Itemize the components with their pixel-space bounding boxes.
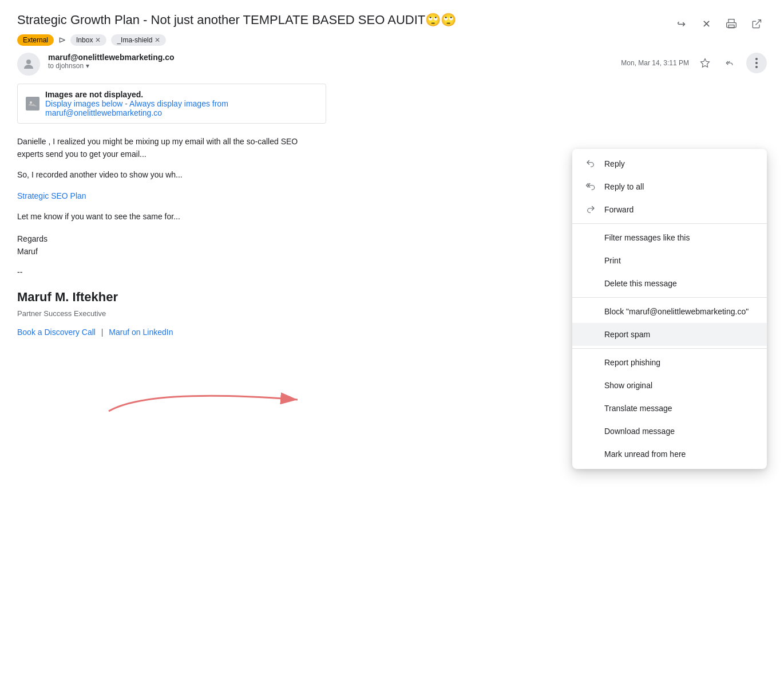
forward-button[interactable]: ↪	[671, 14, 691, 34]
tag-ima-shield[interactable]: _Ima-shield ✕	[111, 34, 166, 46]
tag-inbox-close[interactable]: ✕	[95, 36, 101, 44]
reply-all-button[interactable]	[721, 54, 739, 72]
download-icon	[585, 425, 596, 437]
context-menu: ReplyReply to allForwardFilter messages …	[572, 149, 767, 469]
menu-item-filter-label: Filter messages like this	[604, 233, 690, 242]
body-line2: So, I recorded another video to show you…	[17, 168, 326, 181]
menu-item-download[interactable]: Download message	[572, 420, 767, 443]
email-body: Danielle , I realized you might be mixin…	[17, 135, 326, 339]
menu-item-reply[interactable]: Reply	[572, 152, 767, 175]
header-actions: ↪ ✕	[671, 11, 767, 34]
svg-point-7	[30, 101, 32, 104]
report-phishing-icon	[585, 357, 596, 368]
close-button[interactable]: ✕	[696, 14, 716, 34]
email-date: Mon, Mar 14, 3:11 PM	[621, 59, 689, 67]
menu-item-reply-all[interactable]: Reply to all	[572, 175, 767, 198]
forward-arrow-icon: ⊳	[58, 34, 66, 45]
body-line3: Let me know if you want to see the same …	[17, 210, 326, 223]
svg-point-3	[755, 58, 758, 60]
menu-divider-7	[572, 348, 767, 349]
reply-all-icon	[585, 181, 596, 192]
signature-links: Book a Discovery Call | Maruf on LinkedI…	[17, 326, 326, 338]
filter-icon	[585, 232, 596, 243]
sender-first-name: Maruf	[17, 247, 38, 256]
menu-item-forward-label: Forward	[604, 205, 633, 214]
menu-item-reply-all-label: Reply to all	[604, 182, 644, 191]
menu-item-mark-unread[interactable]: Mark unread from here	[572, 443, 767, 466]
block-icon	[585, 306, 596, 317]
menu-item-block[interactable]: Block "maruf@onelittlewebmarketing.co"	[572, 300, 767, 323]
tag-inbox[interactable]: Inbox ✕	[70, 34, 106, 46]
report-spam-icon	[585, 329, 596, 340]
menu-item-report-spam-label: Report spam	[604, 330, 650, 339]
menu-item-mark-unread-label: Mark unread from here	[604, 449, 686, 459]
print-icon	[585, 255, 596, 266]
menu-item-report-phishing-label: Report phishing	[604, 358, 660, 367]
delete-icon	[585, 278, 596, 289]
dashes: --	[17, 266, 326, 278]
menu-item-report-spam[interactable]: Report spam	[572, 323, 767, 346]
show-original-icon	[585, 380, 596, 391]
menu-item-filter[interactable]: Filter messages like this	[572, 226, 767, 249]
menu-item-delete[interactable]: Delete this message	[572, 272, 767, 295]
menu-item-print[interactable]: Print	[572, 249, 767, 272]
svg-rect-6	[28, 100, 37, 108]
images-notice-separator: -	[125, 99, 129, 108]
forward-icon	[585, 204, 596, 215]
mark-unread-icon	[585, 448, 596, 460]
star-button[interactable]	[696, 54, 714, 72]
menu-item-block-label: Block "maruf@onelittlewebmarketing.co"	[604, 307, 749, 316]
email-meta-row: maruf@onelittlewebmarketing.co to djohns…	[17, 53, 767, 76]
menu-item-show-original[interactable]: Show original	[572, 374, 767, 397]
subject-area: Strategic Growth Plan - Not just another…	[17, 11, 671, 46]
report-spam-arrow	[103, 383, 320, 417]
menu-item-delete-label: Delete this message	[604, 279, 677, 288]
menu-divider-2	[572, 223, 767, 224]
open-in-new-button[interactable]	[746, 14, 767, 34]
linkedin-link[interactable]: Maruf on LinkedIn	[109, 328, 173, 337]
svg-point-5	[755, 66, 758, 68]
body-line1: Danielle , I realized you might be mixin…	[17, 135, 326, 161]
menu-item-print-label: Print	[604, 256, 621, 265]
subject-line: Strategic Growth Plan - Not just another…	[17, 11, 671, 29]
tag-ima-shield-close[interactable]: ✕	[155, 36, 160, 44]
book-discovery-call-link[interactable]: Book a Discovery Call	[17, 328, 96, 337]
sender-to: to djohnson ▾	[48, 62, 613, 70]
display-images-link[interactable]: Display images below	[45, 99, 122, 108]
regards-text: Regards	[17, 234, 47, 243]
sender-info: maruf@onelittlewebmarketing.co to djohns…	[48, 53, 613, 70]
menu-item-reply-label: Reply	[604, 159, 625, 168]
email-header: Strategic Growth Plan - Not just another…	[17, 11, 767, 46]
reply-icon	[585, 158, 596, 169]
menu-item-download-label: Download message	[604, 427, 675, 436]
menu-item-translate[interactable]: Translate message	[572, 397, 767, 420]
tags-row: External ⊳ Inbox ✕ _Ima-shield ✕	[17, 34, 671, 46]
avatar	[17, 53, 40, 76]
signature-name: Maruf M. Iftekher	[17, 287, 326, 307]
signature-title: Partner Success Executive	[17, 308, 326, 320]
strategic-seo-link[interactable]: Strategic SEO Plan	[17, 191, 86, 200]
svg-point-2	[26, 60, 31, 64]
more-options-button[interactable]	[746, 53, 767, 73]
menu-item-show-original-label: Show original	[604, 381, 652, 390]
svg-point-4	[755, 62, 758, 64]
images-notice: Images are not displayed. Display images…	[17, 84, 326, 124]
image-placeholder-icon	[26, 97, 39, 111]
menu-item-translate-label: Translate message	[604, 404, 672, 413]
print-button[interactable]	[721, 14, 742, 34]
images-notice-bold: Images are not displayed.	[45, 90, 143, 99]
meta-right: Mon, Mar 14, 3:11 PM	[621, 53, 767, 73]
menu-item-report-phishing[interactable]: Report phishing	[572, 351, 767, 374]
tag-external[interactable]: External	[17, 34, 54, 46]
translate-icon	[585, 403, 596, 414]
menu-divider-5	[572, 297, 767, 298]
sender-name: maruf@onelittlewebmarketing.co	[48, 53, 613, 62]
menu-item-forward[interactable]: Forward	[572, 198, 767, 221]
